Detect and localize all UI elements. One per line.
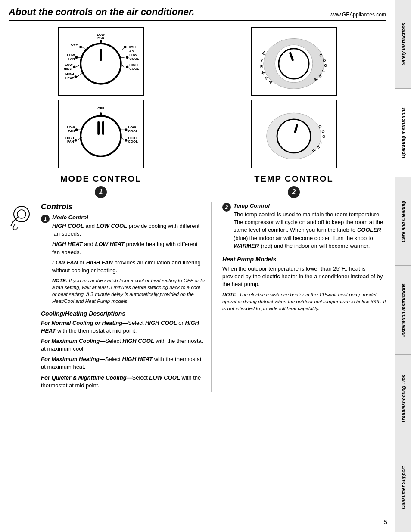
quieter-text: Select [132,374,149,381]
svg-text:HIGH: HIGH [128,136,137,140]
svg-point-19 [126,56,129,59]
svg-text:LOW: LOW [129,53,137,57]
page-title: About the controls on the air conditione… [9,6,194,18]
svg-text:COOL: COOL [128,129,138,133]
sidebar-tab-operating[interactable]: Operating Instructions [395,89,411,177]
sidebar-tab-troubleshooting-label: Troubleshooting Tips [401,375,406,423]
svg-text:HIGH: HIGH [65,72,74,76]
controls-title: Controls [41,202,205,212]
svg-text:LOW: LOW [128,125,136,129]
note-p: NOTE: If you move the switch from a cool… [52,277,205,305]
sidebar-tab-installation[interactable]: Installation Instructions [395,266,411,355]
max-heating-label: For Maximum Heating— [41,356,105,362]
controls-right: 2 Temp Control The temp control is used … [216,202,386,392]
controls-left: Controls 1 Mode Control HIGH COOL and LO… [41,202,212,392]
heat-pump-heading: Heat Pump Models [222,256,386,263]
normal-cooling-text: Select [128,320,145,326]
low-heat-text: LOW HEAT [95,241,124,247]
note2-p: NOTE: The electric resistance heater in … [222,291,386,312]
svg-text:OFF: OFF [71,43,78,47]
sidebar-tab-safety-label: Safety Instructions [401,23,406,65]
svg-text:HIGH: HIGH [127,45,136,49]
svg-text:R: R [260,65,263,69]
svg-text:FAN: FAN [97,36,104,40]
svg-line-25 [82,47,87,50]
quieter-p: For Quieter & Nighttime Cooling—Select L… [41,374,205,389]
high-heat-text: HIGH HEAT [52,241,83,247]
max-cooling-bold: HIGH COOL [122,338,154,344]
svg-point-78 [14,206,29,222]
page-number: 5 [384,519,387,526]
svg-text:O: O [322,134,325,139]
temp-control-section: 2 Temp Control The temp control is used … [222,202,386,252]
hand-icon [9,205,34,230]
sidebar-tab-care-label: Care and Cleaning [401,201,406,243]
svg-point-37 [75,128,78,131]
low-fan-high-fan-p: LOW FAN or HIGH FAN provides air circula… [52,259,205,274]
svg-text:FAN: FAN [67,140,74,143]
sidebar-tab-care[interactable]: Care and Cleaning [395,177,411,266]
or-text: or [78,259,86,266]
temp-num-badge: 2 [222,203,231,212]
warmer-end: (red) and the indoor air will become war… [259,243,370,249]
svg-text:HIGH: HIGH [65,136,74,140]
sidebar-tab-consumer[interactable]: Consumer Support [395,443,411,532]
mode-diagram-1: OFF LOW FAN LOW HEAT HIGH HEAT LOW FAN [58,27,144,96]
main-content: About the controls on the air conditione… [0,0,395,401]
mode-control-desc: Mode Control HIGH COOL and LOW COOL prov… [52,214,205,308]
temp-diagram-2: C O O L E R [251,100,337,168]
sidebar-tab-safety[interactable]: Safety Instructions [395,0,411,89]
mode-control-section: 1 Mode Control HIGH COOL and LOW COOL pr… [41,214,205,308]
high-cool-text: HIGH COOL [52,223,84,229]
sidebar-tab-consumer-label: Consumer Support [401,466,406,509]
sidebar-tab-installation-label: Installation Instructions [401,283,406,337]
svg-text:FAN: FAN [68,57,75,61]
and2-text: and [83,241,95,247]
svg-text:COOL: COOL [128,140,138,143]
svg-text:LOW: LOW [67,125,75,129]
warmer-bold: WARMER [234,243,259,249]
svg-text:E: E [264,75,269,81]
or-text2: or [177,320,185,326]
svg-text:LOW: LOW [65,63,73,67]
sidebar-tabs: Safety Instructions Operating Instructio… [395,0,411,532]
max-cooling-p: For Maximum Cooling—Select HIGH COOL wit… [41,337,205,353]
svg-text:HEAT: HEAT [65,76,74,80]
normal-cooling-label: For Normal Cooling or Heating— [41,320,128,326]
low-fan-text: LOW FAN [52,259,78,266]
hand-icon-container [9,202,37,392]
svg-text:FAN: FAN [68,129,75,133]
svg-point-79 [17,210,26,218]
svg-point-10 [75,75,77,78]
svg-text:O: O [321,129,325,134]
normal-cooling-end: with the thermostat at mid point. [56,327,137,334]
mode-control-col: OFF LOW FAN LOW HEAT HIGH HEAT LOW FAN [9,27,193,198]
svg-text:LOW: LOW [67,53,75,57]
low-cool-text: LOW COOL [97,223,128,229]
svg-point-46 [125,139,128,142]
note-label: NOTE: [52,278,68,283]
svg-point-40 [75,139,77,142]
svg-text:HEAT: HEAT [64,67,73,71]
svg-text:FAN: FAN [127,49,134,53]
svg-rect-33 [97,121,100,135]
cooling-heading: Cooling/Heating Descriptions [41,310,205,317]
svg-text:HIGH: HIGH [129,63,138,67]
max-heating-text: Select [105,356,122,362]
high-cool-bold: HIGH COOL [145,320,177,326]
svg-point-4 [75,56,78,59]
sidebar-tab-troubleshooting[interactable]: Troubleshooting Tips [395,355,411,443]
svg-point-70 [277,119,311,153]
svg-text:O: O [324,63,327,68]
mode-control-number: 1 [95,186,107,198]
svg-text:R: R [268,80,273,85]
note-text: If you move the switch from a cool or he… [52,278,205,304]
temp-heading: Temp Control [234,202,386,209]
max-cooling-text: Select [106,338,123,344]
svg-text:M: M [261,70,265,75]
diagrams-row: OFF LOW FAN LOW HEAT HIGH HEAT LOW FAN [9,27,386,198]
max-heating-p: For Maximum Heating—Select HIGH HEAT wit… [41,355,205,371]
mode-num-badge: 1 [41,215,50,223]
svg-line-29 [121,47,126,50]
high-heat-low-heat-p: HIGH HEAT and LOW HEAT provide heating w… [52,240,205,256]
